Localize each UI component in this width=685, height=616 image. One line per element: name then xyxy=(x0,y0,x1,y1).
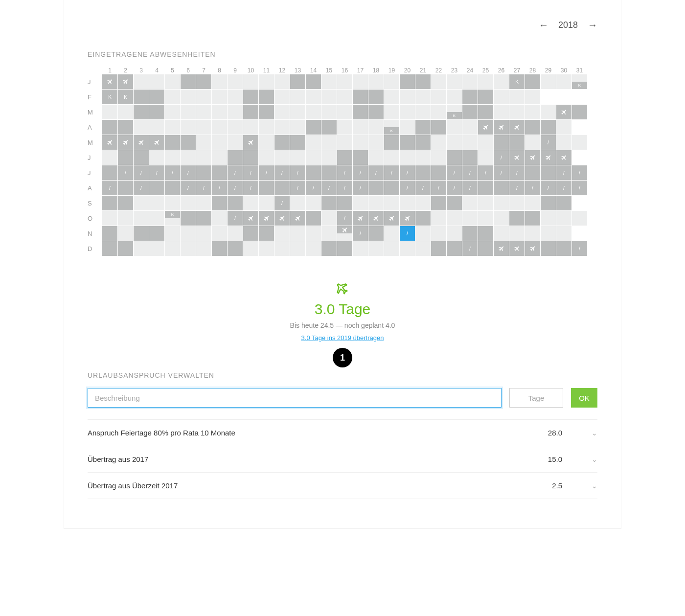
calendar-cell[interactable] xyxy=(306,105,321,119)
carryover-link[interactable]: 3.0 Tage ins 2019 übertragen xyxy=(301,334,384,342)
calendar-cell[interactable] xyxy=(415,105,431,119)
calendar-cell[interactable] xyxy=(368,120,384,135)
calendar-cell[interactable] xyxy=(415,150,431,165)
calendar-cell[interactable]: / xyxy=(274,196,290,210)
calendar-cell[interactable] xyxy=(181,226,196,241)
calendar-cell[interactable] xyxy=(102,150,117,165)
chevron-down-icon[interactable]: ⌄ xyxy=(592,429,597,437)
calendar-cell[interactable] xyxy=(337,90,352,104)
calendar-cell[interactable]: / xyxy=(400,226,415,241)
calendar-cell[interactable] xyxy=(243,196,258,210)
calendar-cell[interactable] xyxy=(306,226,321,241)
calendar-cell[interactable] xyxy=(102,226,117,241)
calendar-cell[interactable] xyxy=(525,120,540,135)
calendar-cell[interactable] xyxy=(447,196,462,210)
calendar-cell[interactable]: / xyxy=(290,165,305,180)
calendar-cell[interactable] xyxy=(274,150,290,165)
calendar-cell[interactable] xyxy=(353,241,368,256)
calendar-cell[interactable] xyxy=(134,196,149,210)
calendar-cell[interactable]: / xyxy=(353,181,368,195)
calendar-cell[interactable]: / xyxy=(196,181,211,195)
calendar-cell[interactable]: / xyxy=(572,241,587,256)
calendar-cell[interactable]: / xyxy=(353,226,368,241)
calendar-cell[interactable] xyxy=(478,105,493,119)
calendar-cell[interactable]: / xyxy=(509,165,525,180)
calendar-cell[interactable] xyxy=(134,135,149,150)
calendar-cell[interactable] xyxy=(494,226,509,241)
calendar-cell[interactable] xyxy=(368,211,384,226)
calendar-cell[interactable] xyxy=(447,226,462,241)
calendar-cell[interactable]: / xyxy=(102,181,117,195)
calendar-cell[interactable] xyxy=(525,241,540,256)
calendar-cell[interactable] xyxy=(525,135,540,150)
calendar-cell[interactable]: / xyxy=(165,165,180,180)
calendar-cell[interactable] xyxy=(290,211,305,226)
calendar-cell[interactable] xyxy=(415,135,431,150)
calendar-cell[interactable] xyxy=(431,241,446,256)
calendar-cell[interactable] xyxy=(525,165,540,180)
calendar-cell[interactable]: K xyxy=(102,90,117,104)
calendar-cell[interactable] xyxy=(212,120,227,135)
calendar-cell[interactable] xyxy=(400,150,415,165)
calendar-cell[interactable]: / xyxy=(181,181,196,195)
calendar-cell[interactable] xyxy=(447,150,462,165)
calendar-cell[interactable] xyxy=(134,90,149,104)
calendar-cell[interactable] xyxy=(478,196,493,210)
calendar-cell[interactable] xyxy=(212,150,227,165)
calendar-cell[interactable] xyxy=(353,120,368,135)
calendar-cell[interactable] xyxy=(321,105,337,119)
calendar-cell[interactable] xyxy=(509,90,525,104)
calendar-cell[interactable]: / xyxy=(228,211,243,226)
calendar-cell[interactable] xyxy=(541,90,556,104)
calendar-cell[interactable] xyxy=(337,105,352,119)
calendar-cell[interactable] xyxy=(478,181,493,195)
calendar-cell[interactable] xyxy=(165,196,180,210)
calendar-cell[interactable] xyxy=(165,226,180,241)
calendar-cell[interactable]: / xyxy=(447,181,462,195)
calendar-cell[interactable] xyxy=(149,211,164,226)
calendar-cell[interactable]: / xyxy=(259,165,274,180)
calendar-cell[interactable] xyxy=(478,135,493,150)
calendar-cell[interactable] xyxy=(102,135,117,150)
calendar-cell[interactable] xyxy=(118,74,133,89)
calendar-cell[interactable] xyxy=(400,196,415,210)
calendar-cell[interactable] xyxy=(462,196,478,210)
calendar-cell[interactable] xyxy=(321,165,337,180)
calendar-cell[interactable] xyxy=(118,241,133,256)
calendar-cell[interactable] xyxy=(259,150,274,165)
calendar-cell[interactable] xyxy=(353,150,368,165)
calendar-cell[interactable] xyxy=(447,120,462,135)
calendar-cell[interactable] xyxy=(149,241,164,256)
calendar-cell[interactable] xyxy=(306,90,321,104)
calendar-cell[interactable] xyxy=(228,150,243,165)
calendar-cell[interactable] xyxy=(259,74,274,89)
calendar-cell[interactable] xyxy=(353,74,368,89)
calendar-cell[interactable] xyxy=(400,135,415,150)
calendar-cell[interactable] xyxy=(368,90,384,104)
calendar-cell[interactable] xyxy=(165,120,180,135)
calendar-cell[interactable] xyxy=(400,90,415,104)
calendar-cell[interactable]: / xyxy=(400,181,415,195)
calendar-cell[interactable] xyxy=(431,226,446,241)
calendar-cell[interactable] xyxy=(259,196,274,210)
calendar-cell[interactable] xyxy=(415,211,431,226)
calendar-cell[interactable] xyxy=(556,211,571,226)
calendar-cell[interactable] xyxy=(165,135,180,150)
calendar-cell[interactable] xyxy=(572,150,587,165)
calendar-cell[interactable] xyxy=(134,74,149,89)
prev-year-arrow-icon[interactable]: ← xyxy=(539,20,548,31)
calendar-cell[interactable] xyxy=(149,181,164,195)
calendar-cell[interactable]: / xyxy=(243,181,258,195)
calendar-cell[interactable] xyxy=(509,105,525,119)
calendar-cell[interactable]: / xyxy=(212,181,227,195)
calendar-cell[interactable] xyxy=(196,105,211,119)
calendar-cell[interactable]: / xyxy=(306,181,321,195)
calendar-cell[interactable] xyxy=(556,120,571,135)
calendar-cell[interactable]: / xyxy=(181,165,196,180)
calendar-cell[interactable] xyxy=(290,105,305,119)
calendar-cell[interactable] xyxy=(321,90,337,104)
calendar-cell[interactable] xyxy=(181,196,196,210)
calendar-cell[interactable] xyxy=(274,105,290,119)
calendar-cell[interactable] xyxy=(259,90,274,104)
calendar-cell[interactable] xyxy=(196,196,211,210)
